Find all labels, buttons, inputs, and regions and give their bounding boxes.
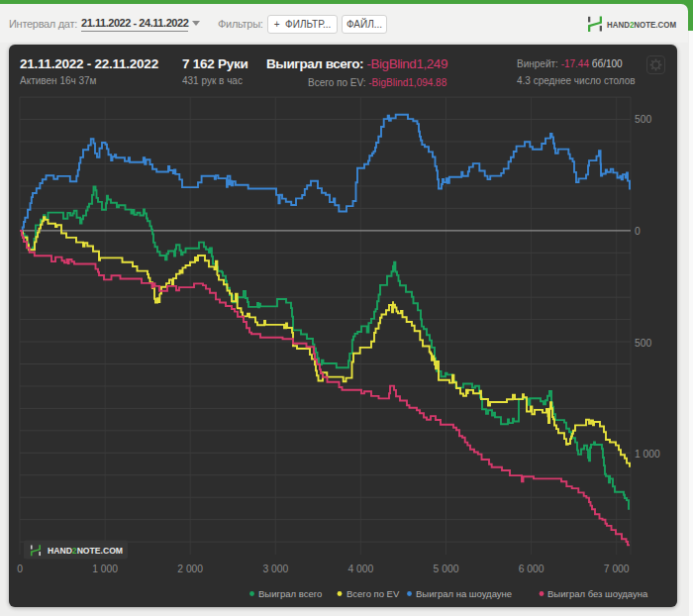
svg-text:500: 500 <box>635 338 651 349</box>
svg-text:1 000: 1 000 <box>635 449 660 460</box>
svg-text:1 000: 1 000 <box>92 564 118 574</box>
svg-text:0: 0 <box>17 564 23 574</box>
svg-text:Выиграл всего: Выиграл всего <box>258 588 322 599</box>
svg-text:Всего по EV: Всего по EV <box>346 588 400 599</box>
svg-text:7 000: 7 000 <box>604 564 630 574</box>
svg-text:3 000: 3 000 <box>262 564 288 574</box>
svg-text:4 000: 4 000 <box>348 564 374 574</box>
svg-text:Выиграл без шоудауна: Выиграл без шоудауна <box>547 588 648 599</box>
svg-text:5 000: 5 000 <box>434 564 459 574</box>
svg-text:Выиграл на шоудауне: Выиграл на шоудауне <box>416 588 512 599</box>
svg-text:HAND2NOTE.COM: HAND2NOTE.COM <box>48 545 123 556</box>
svg-text:500: 500 <box>635 114 651 125</box>
svg-text:6 000: 6 000 <box>519 564 544 574</box>
svg-text:2 000: 2 000 <box>177 564 203 574</box>
svg-text:0: 0 <box>635 226 641 237</box>
